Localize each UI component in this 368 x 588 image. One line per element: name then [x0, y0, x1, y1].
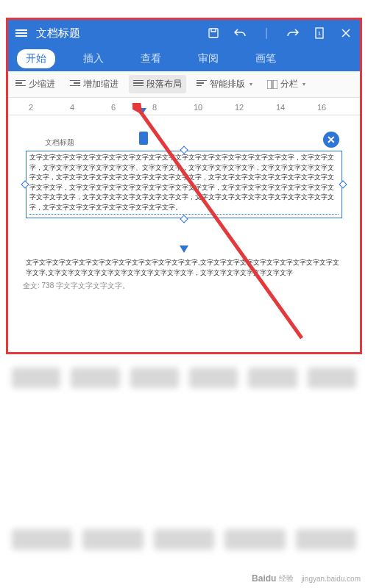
ruler-tick: 4 [70, 103, 74, 112]
tab-start[interactable]: 开始 [17, 49, 55, 68]
resize-handle-right[interactable] [339, 180, 347, 188]
paragraph-text-2[interactable]: 文字文字文字文字文字文字文字文字文字文字文字文字文字,文字文字文字文字文字文字文… [26, 258, 342, 278]
indent-left-icon [15, 80, 26, 89]
svg-rect-3 [267, 80, 272, 89]
columns-button[interactable]: 分栏 ▾ [263, 75, 310, 93]
smart-layout-label: 智能排版 [210, 78, 245, 90]
close-selection-button[interactable]: ✕ [323, 132, 339, 148]
chevron-down-icon: ▾ [302, 81, 305, 87]
ruler-tick: 8 [152, 103, 157, 112]
smart-icon [197, 80, 207, 89]
svg-rect-4 [273, 80, 277, 89]
ruler-tick: 16 [317, 103, 326, 112]
tab-bar: 开始 插入 查看 审阅 画笔 [8, 46, 360, 71]
decrease-indent-label: 少缩进 [29, 78, 55, 90]
columns-label: 分栏 [280, 78, 298, 90]
ruler-tick: 10 [194, 103, 202, 112]
paragraph-icon [133, 80, 144, 89]
ruler-indent-marker[interactable] [139, 108, 146, 114]
ruler-tick: 12 [235, 103, 244, 112]
ruler-tick: 2 [29, 103, 33, 112]
svg-rect-0 [209, 29, 218, 37]
expand-arrow-icon[interactable] [180, 245, 188, 253]
caret-indicator [139, 132, 148, 145]
smart-layout-button[interactable]: 智能排版 ▾ [192, 75, 257, 93]
paragraph-text[interactable]: 文字文字文字文字文字文字文字文字文字文字文字文字文字文字文字文字文字文字文字文字… [29, 153, 339, 212]
close-icon[interactable] [339, 26, 353, 40]
document-title: 文档标题 [36, 26, 207, 40]
selected-paragraph-box[interactable]: 文字文字文字文字文字文字文字文字文字文字文字文字文字文字文字文字文字文字文字文字… [26, 151, 342, 218]
paragraph-layout-button[interactable]: 段落布局 [129, 75, 186, 93]
columns-icon [267, 80, 277, 89]
divider-icon: | [260, 26, 273, 40]
blurred-toolbar [0, 359, 368, 397]
blurred-bottom-bar [0, 520, 368, 559]
undo-icon[interactable] [233, 26, 247, 40]
page-icon[interactable]: 1 [313, 26, 326, 40]
watermark: Baidu 经验 jingyan.baidu.com [252, 573, 361, 584]
save-icon[interactable] [207, 26, 220, 40]
redo-icon[interactable] [286, 26, 300, 40]
indent-right-icon [70, 80, 80, 89]
tab-insert[interactable]: 插入 [74, 49, 113, 68]
increase-indent-label: 增加缩进 [83, 78, 118, 90]
doc-heading: 文档标题 [45, 137, 345, 148]
toolbar: 少缩进 增加缩进 段落布局 智能排版 ▾ 分栏 ▾ [8, 71, 360, 98]
resize-handle-bottom[interactable] [180, 215, 188, 223]
svg-text:1: 1 [318, 30, 322, 37]
ruler-tick: 6 [111, 103, 116, 112]
increase-indent-button[interactable]: 增加缩进 [66, 75, 123, 93]
chevron-down-icon: ▾ [250, 81, 252, 87]
document-area[interactable]: 文档标题 ✕ 文字文字文字文字文字文字文字文字文字文字文字文字文字文字文字文字文… [8, 115, 360, 352]
tab-pen[interactable]: 画笔 [247, 49, 285, 68]
app-window: 文档标题 | 1 开始 插入 查看 审阅 画笔 少缩进 增加缩进 段落布局 [6, 18, 362, 354]
ruler-tick: 14 [276, 103, 285, 112]
titlebar: 文档标题 | 1 [8, 20, 360, 46]
tab-view[interactable]: 查看 [132, 49, 170, 68]
ruler[interactable]: 2 4 6 8 10 12 14 16 [8, 98, 360, 115]
paragraph-layout-label: 段落布局 [146, 78, 182, 90]
resize-handle-left[interactable] [21, 180, 29, 188]
tab-review[interactable]: 审阅 [189, 49, 227, 68]
word-count: 全文: 738 字文字文字文字文字。 [23, 281, 345, 291]
menu-icon[interactable] [15, 28, 30, 38]
decrease-indent-button[interactable]: 少缩进 [11, 75, 60, 93]
